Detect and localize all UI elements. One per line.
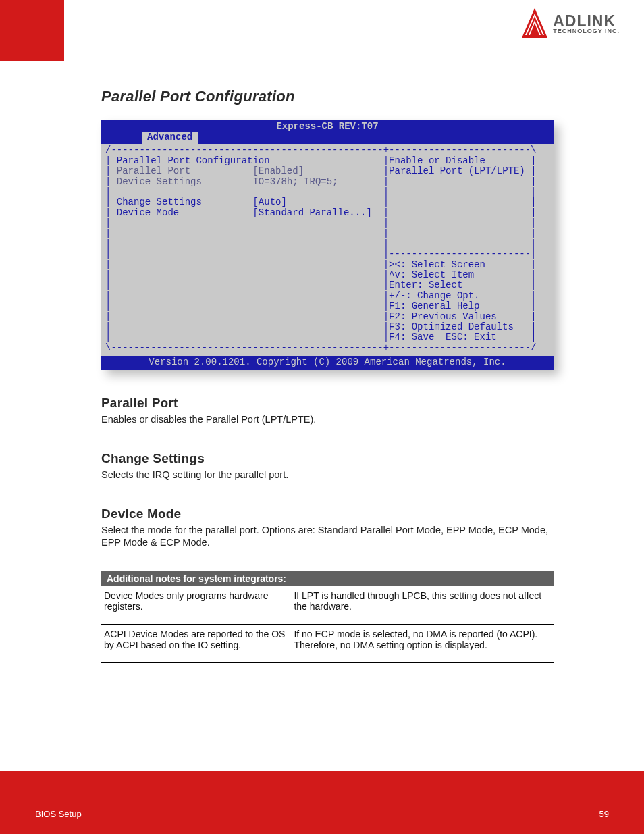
bios-row-devset-value: IO=378h; IRQ=5; xyxy=(252,176,338,187)
subsection-change-settings: Change Settings Selects the IRQ setting … xyxy=(101,451,554,481)
sub-body-device-mode: Select the mode for the parallel port. O… xyxy=(101,524,554,548)
bios-help-1: Enable or Disable xyxy=(389,155,485,166)
bios-footer: Version 2.00.1201. Copyright (C) 2009 Am… xyxy=(101,356,554,369)
page-footer: BIOS Setup 59 xyxy=(0,771,644,834)
bios-screenshot: Express-CB REV:T07 Advanced /-----------… xyxy=(101,120,554,370)
subsection-device-mode: Device Mode Select the mode for the para… xyxy=(101,506,554,548)
sub-title-parallel-port: Parallel Port xyxy=(101,396,554,411)
page-content: Parallel Port Configuration Express-CB R… xyxy=(101,88,554,663)
bios-nav-1: ><: Select Screen xyxy=(389,259,485,270)
logo-text: ADLINK TECHNOLOGY INC. xyxy=(553,14,620,35)
notes-r1b: If LPT is handled through LPCB, this set… xyxy=(294,590,541,612)
bios-title: Express-CB REV:T07 xyxy=(101,120,554,132)
logo-mark-icon xyxy=(520,8,549,41)
footer-right: 59 xyxy=(599,809,609,819)
bios-body: /---------------------------------------… xyxy=(101,144,554,356)
corner-accent xyxy=(0,0,64,61)
table-row: ACPI Device Modes are reported to the OS… xyxy=(101,625,554,663)
bios-row-change-value: [Auto] xyxy=(252,197,286,207)
bios-row-devset-label: Device Settings xyxy=(117,176,202,187)
bios-heading: Parallel Port Configuration xyxy=(117,155,270,166)
bios-row-mode-value: [Standard Paralle...] xyxy=(252,207,371,218)
footer-left: BIOS Setup xyxy=(35,809,82,819)
bios-nav-6: F2: Previous Values xyxy=(389,311,497,322)
bios-nav-2: ^v: Select Item xyxy=(389,269,474,280)
notes-head: Additional notes for system integrators: xyxy=(101,571,554,586)
bios-row-mode-label: Device Mode xyxy=(117,207,179,218)
bios-help-2: Parallel Port (LPT/LPTE) xyxy=(389,165,525,176)
bios-nav-3: Enter: Select xyxy=(389,280,462,290)
bios-row-parallel-value: [Enabled] xyxy=(252,165,304,176)
bios-tab-advanced: Advanced xyxy=(142,132,198,143)
bios-nav-5: F1: General Help xyxy=(389,301,479,311)
brand-logo: ADLINK TECHNOLOGY INC. xyxy=(520,8,620,41)
section-title: Parallel Port Configuration xyxy=(101,88,554,105)
sub-title-change-settings: Change Settings xyxy=(101,451,554,466)
bios-nav-8: F4: Save ESC: Exit xyxy=(389,332,497,342)
sub-body-parallel-port: Enables or disables the Parallel Port (L… xyxy=(101,413,554,425)
notes-r1a: Device Modes only programs hardware regi… xyxy=(104,590,269,612)
bios-row-change-label: Change Settings xyxy=(117,197,202,207)
brand-name: ADLINK xyxy=(553,14,620,28)
bios-nav-4: +/-: Change Opt. xyxy=(389,290,479,301)
bios-tab-bar: Advanced xyxy=(101,132,554,144)
bios-nav-7: F3: Optimized Defaults xyxy=(389,321,514,332)
notes-r2a: ACPI Device Modes are reported to the OS… xyxy=(104,629,285,650)
table-row: Device Modes only programs hardware regi… xyxy=(101,586,554,625)
sub-title-device-mode: Device Mode xyxy=(101,506,554,521)
subsection-parallel-port: Parallel Port Enables or disables the Pa… xyxy=(101,396,554,425)
notes-table: Additional notes for system integrators:… xyxy=(101,571,554,663)
bios-row-parallel-label: Parallel Port xyxy=(117,165,190,176)
notes-r2b: If no ECP mode is selected, no DMA is re… xyxy=(294,629,537,650)
brand-tagline: TECHNOLOGY INC. xyxy=(553,28,620,34)
sub-body-change-settings: Selects the IRQ setting for the parallel… xyxy=(101,469,554,481)
